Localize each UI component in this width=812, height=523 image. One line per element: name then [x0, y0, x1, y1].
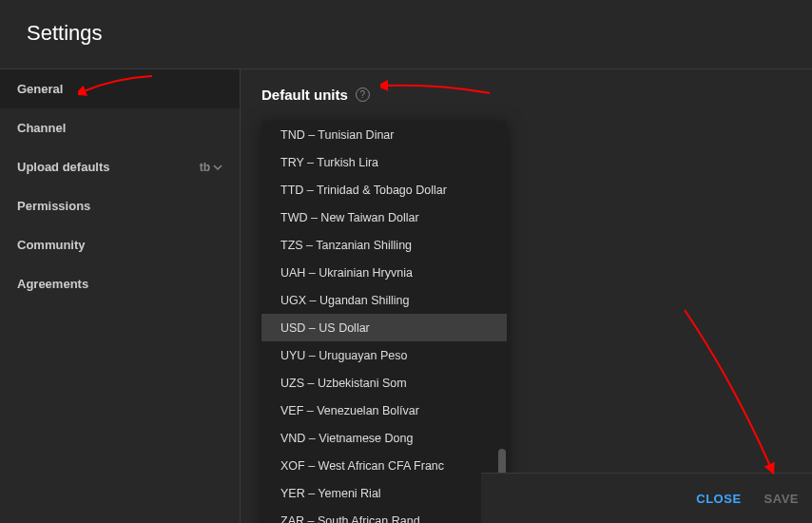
currency-option[interactable]: UGX – Ugandan Shilling [261, 286, 507, 314]
sidebar-item-label: Channel [17, 121, 66, 135]
sidebar: General Channel Upload defaults tb Permi… [0, 69, 241, 523]
sidebar-item-upload-defaults[interactable]: Upload defaults tb [0, 147, 240, 186]
currency-dropdown[interactable]: TND – Tunisian DinarTRY – Turkish LiraTT… [261, 121, 507, 523]
section-title: Default units [261, 87, 348, 103]
currency-option[interactable]: TWD – New Taiwan Dollar [261, 203, 507, 231]
sidebar-item-label: Agreements [17, 277, 88, 291]
close-button[interactable]: CLOSE [696, 492, 741, 506]
sidebar-item-agreements[interactable]: Agreements [0, 264, 240, 303]
currency-option[interactable]: UYU – Uruguayan Peso [261, 341, 507, 369]
help-icon[interactable]: ? [356, 87, 370, 102]
main-panel: Default units ? TND – Tunisian DinarTRY … [241, 69, 812, 523]
sidebar-item-community[interactable]: Community [0, 225, 240, 264]
currency-option[interactable]: XOF – West African CFA Franc [261, 452, 507, 479]
currency-option[interactable]: TZS – Tanzanian Shilling [261, 231, 507, 259]
currency-option[interactable]: USD – US Dollar [261, 314, 507, 341]
sidebar-item-permissions[interactable]: Permissions [0, 186, 240, 225]
currency-option[interactable]: VEF – Venezuelan Bolívar [261, 397, 507, 424]
sidebar-item-channel[interactable]: Channel [0, 108, 240, 147]
currency-option[interactable]: TND – Tunisian Dinar [261, 121, 507, 148]
section-header: Default units ? [261, 87, 791, 103]
save-button: SAVE [764, 492, 799, 506]
currency-option[interactable]: YER – Yemeni Rial [261, 479, 507, 507]
currency-option[interactable]: TRY – Turkish Lira [261, 148, 507, 176]
sidebar-item-label: General [17, 82, 63, 96]
sidebar-item-label: Community [17, 238, 86, 252]
sidebar-item-label: Upload defaults [17, 160, 110, 174]
currency-dropdown-list: TND – Tunisian DinarTRY – Turkish LiraTT… [261, 121, 507, 523]
currency-option[interactable]: VND – Vietnamese Dong [261, 424, 507, 452]
sidebar-item-general[interactable]: General [0, 69, 240, 108]
currency-option[interactable]: TTD – Trinidad & Tobago Dollar [261, 176, 507, 203]
currency-option[interactable]: UZS – Uzbekistani Som [261, 369, 507, 397]
currency-option[interactable]: UAH – Ukrainian Hryvnia [261, 259, 507, 286]
badge-text: tb [200, 161, 210, 174]
chevron-down-icon [213, 163, 222, 172]
settings-modal: Settings General Channel Upload defaults… [0, 0, 812, 523]
modal-footer: CLOSE SAVE [481, 473, 812, 523]
page-title: Settings [0, 0, 812, 68]
tubebuddy-badge: tb [200, 161, 222, 174]
sidebar-item-label: Permissions [17, 199, 90, 213]
content: General Channel Upload defaults tb Permi… [0, 68, 812, 523]
currency-option[interactable]: ZAR – South African Rand [261, 507, 507, 523]
